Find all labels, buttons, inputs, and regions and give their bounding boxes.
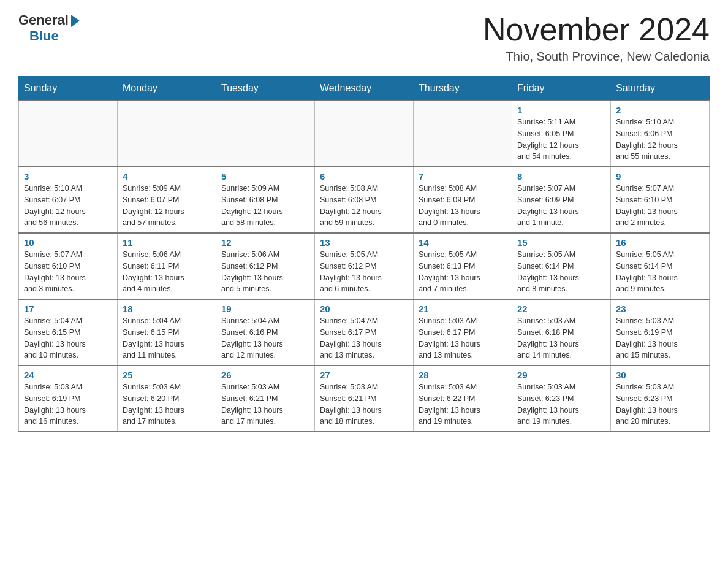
cell-w1-d3 xyxy=(216,101,315,167)
week-row-2: 3Sunrise: 5:10 AM Sunset: 6:07 PM Daylig… xyxy=(19,167,710,233)
day-info: Sunrise: 5:07 AM Sunset: 6:10 PM Dayligh… xyxy=(616,183,704,229)
day-number: 15 xyxy=(517,237,605,248)
day-info: Sunrise: 5:07 AM Sunset: 6:09 PM Dayligh… xyxy=(517,183,605,229)
header-wednesday: Wednesday xyxy=(315,77,414,101)
cell-w4-d5: 21Sunrise: 5:03 AM Sunset: 6:17 PM Dayli… xyxy=(414,299,512,366)
day-number: 11 xyxy=(123,237,211,248)
day-number: 21 xyxy=(419,304,507,314)
header-monday: Monday xyxy=(118,77,216,101)
day-number: 18 xyxy=(123,304,211,314)
day-info: Sunrise: 5:03 AM Sunset: 6:21 PM Dayligh… xyxy=(320,381,408,427)
cell-w5-d1: 24Sunrise: 5:03 AM Sunset: 6:19 PM Dayli… xyxy=(19,366,118,432)
cell-w2-d5: 7Sunrise: 5:08 AM Sunset: 6:09 PM Daylig… xyxy=(414,167,512,233)
day-number: 30 xyxy=(616,370,704,380)
header-tuesday: Tuesday xyxy=(216,77,315,101)
cell-w2-d4: 6Sunrise: 5:08 AM Sunset: 6:08 PM Daylig… xyxy=(315,167,414,233)
cell-w1-d7: 2Sunrise: 5:10 AM Sunset: 6:06 PM Daylig… xyxy=(611,101,710,167)
day-info: Sunrise: 5:03 AM Sunset: 6:17 PM Dayligh… xyxy=(419,315,507,361)
day-number: 17 xyxy=(24,304,112,314)
day-info: Sunrise: 5:05 AM Sunset: 6:13 PM Dayligh… xyxy=(419,249,507,295)
cell-w1-d2 xyxy=(118,101,216,167)
cell-w1-d5 xyxy=(414,101,512,167)
cell-w2-d3: 5Sunrise: 5:09 AM Sunset: 6:08 PM Daylig… xyxy=(216,167,315,233)
cell-w5-d2: 25Sunrise: 5:03 AM Sunset: 6:20 PM Dayli… xyxy=(118,366,216,432)
title-block: November 2024 Thio, South Province, New … xyxy=(483,12,710,64)
day-number: 7 xyxy=(419,171,507,182)
day-number: 5 xyxy=(221,171,309,182)
header-friday: Friday xyxy=(512,77,611,101)
day-info: Sunrise: 5:03 AM Sunset: 6:23 PM Dayligh… xyxy=(616,381,704,427)
logo-blue-text: Blue xyxy=(29,28,59,44)
day-number: 26 xyxy=(221,370,309,380)
day-info: Sunrise: 5:06 AM Sunset: 6:12 PM Dayligh… xyxy=(221,249,309,295)
day-number: 10 xyxy=(24,237,112,248)
day-info: Sunrise: 5:03 AM Sunset: 6:21 PM Dayligh… xyxy=(221,381,309,427)
week-row-3: 10Sunrise: 5:07 AM Sunset: 6:10 PM Dayli… xyxy=(19,233,710,299)
day-number: 8 xyxy=(517,171,605,182)
cell-w3-d2: 11Sunrise: 5:06 AM Sunset: 6:11 PM Dayli… xyxy=(118,233,216,299)
day-info: Sunrise: 5:09 AM Sunset: 6:07 PM Dayligh… xyxy=(123,183,211,229)
day-info: Sunrise: 5:03 AM Sunset: 6:18 PM Dayligh… xyxy=(517,315,605,361)
header-sunday: Sunday xyxy=(19,77,118,101)
day-number: 14 xyxy=(419,237,507,248)
cell-w3-d5: 14Sunrise: 5:05 AM Sunset: 6:13 PM Dayli… xyxy=(414,233,512,299)
day-info: Sunrise: 5:03 AM Sunset: 6:19 PM Dayligh… xyxy=(616,315,704,361)
day-number: 3 xyxy=(24,171,112,182)
cell-w2-d1: 3Sunrise: 5:10 AM Sunset: 6:07 PM Daylig… xyxy=(19,167,118,233)
day-number: 16 xyxy=(616,237,704,248)
cell-w4-d7: 23Sunrise: 5:03 AM Sunset: 6:19 PM Dayli… xyxy=(611,299,710,366)
day-info: Sunrise: 5:05 AM Sunset: 6:14 PM Dayligh… xyxy=(616,249,704,295)
weekday-header-row: Sunday Monday Tuesday Wednesday Thursday… xyxy=(19,77,710,101)
day-info: Sunrise: 5:08 AM Sunset: 6:09 PM Dayligh… xyxy=(419,183,507,229)
day-number: 25 xyxy=(123,370,211,380)
cell-w5-d3: 26Sunrise: 5:03 AM Sunset: 6:21 PM Dayli… xyxy=(216,366,315,432)
cell-w2-d7: 9Sunrise: 5:07 AM Sunset: 6:10 PM Daylig… xyxy=(611,167,710,233)
day-number: 12 xyxy=(221,237,309,248)
day-info: Sunrise: 5:09 AM Sunset: 6:08 PM Dayligh… xyxy=(221,183,309,229)
day-number: 28 xyxy=(419,370,507,380)
cell-w3-d7: 16Sunrise: 5:05 AM Sunset: 6:14 PM Dayli… xyxy=(611,233,710,299)
week-row-4: 17Sunrise: 5:04 AM Sunset: 6:15 PM Dayli… xyxy=(19,299,710,366)
calendar-table: Sunday Monday Tuesday Wednesday Thursday… xyxy=(18,76,710,432)
day-info: Sunrise: 5:03 AM Sunset: 6:23 PM Dayligh… xyxy=(517,381,605,427)
cell-w4-d1: 17Sunrise: 5:04 AM Sunset: 6:15 PM Dayli… xyxy=(19,299,118,366)
cell-w2-d6: 8Sunrise: 5:07 AM Sunset: 6:09 PM Daylig… xyxy=(512,167,611,233)
day-info: Sunrise: 5:05 AM Sunset: 6:14 PM Dayligh… xyxy=(517,249,605,295)
cell-w1-d6: 1Sunrise: 5:11 AM Sunset: 6:05 PM Daylig… xyxy=(512,101,611,167)
cell-w2-d2: 4Sunrise: 5:09 AM Sunset: 6:07 PM Daylig… xyxy=(118,167,216,233)
cell-w5-d6: 29Sunrise: 5:03 AM Sunset: 6:23 PM Dayli… xyxy=(512,366,611,432)
header-saturday: Saturday xyxy=(611,77,710,101)
day-info: Sunrise: 5:04 AM Sunset: 6:16 PM Dayligh… xyxy=(221,315,309,361)
day-info: Sunrise: 5:03 AM Sunset: 6:22 PM Dayligh… xyxy=(419,381,507,427)
day-number: 2 xyxy=(616,105,704,115)
day-number: 4 xyxy=(123,171,211,182)
cell-w5-d4: 27Sunrise: 5:03 AM Sunset: 6:21 PM Dayli… xyxy=(315,366,414,432)
cell-w4-d3: 19Sunrise: 5:04 AM Sunset: 6:16 PM Dayli… xyxy=(216,299,315,366)
day-number: 19 xyxy=(221,304,309,314)
week-row-5: 24Sunrise: 5:03 AM Sunset: 6:19 PM Dayli… xyxy=(19,366,710,432)
day-info: Sunrise: 5:04 AM Sunset: 6:15 PM Dayligh… xyxy=(123,315,211,361)
day-number: 6 xyxy=(320,171,408,182)
day-info: Sunrise: 5:04 AM Sunset: 6:17 PM Dayligh… xyxy=(320,315,408,361)
logo-arrow-icon xyxy=(71,15,80,27)
day-number: 29 xyxy=(517,370,605,380)
day-info: Sunrise: 5:10 AM Sunset: 6:07 PM Dayligh… xyxy=(24,183,112,229)
day-info: Sunrise: 5:06 AM Sunset: 6:11 PM Dayligh… xyxy=(123,249,211,295)
cell-w5-d5: 28Sunrise: 5:03 AM Sunset: 6:22 PM Dayli… xyxy=(414,366,512,432)
month-title: November 2024 xyxy=(483,12,710,47)
cell-w3-d6: 15Sunrise: 5:05 AM Sunset: 6:14 PM Dayli… xyxy=(512,233,611,299)
day-number: 27 xyxy=(320,370,408,380)
day-number: 9 xyxy=(616,171,704,182)
cell-w5-d7: 30Sunrise: 5:03 AM Sunset: 6:23 PM Dayli… xyxy=(611,366,710,432)
logo: General Blue xyxy=(18,12,80,44)
day-info: Sunrise: 5:10 AM Sunset: 6:06 PM Dayligh… xyxy=(616,117,704,163)
header-thursday: Thursday xyxy=(414,77,512,101)
cell-w3-d1: 10Sunrise: 5:07 AM Sunset: 6:10 PM Dayli… xyxy=(19,233,118,299)
cell-w3-d3: 12Sunrise: 5:06 AM Sunset: 6:12 PM Dayli… xyxy=(216,233,315,299)
page-header: General Blue November 2024 Thio, South P… xyxy=(18,12,710,64)
day-number: 24 xyxy=(24,370,112,380)
cell-w4-d6: 22Sunrise: 5:03 AM Sunset: 6:18 PM Dayli… xyxy=(512,299,611,366)
day-info: Sunrise: 5:08 AM Sunset: 6:08 PM Dayligh… xyxy=(320,183,408,229)
day-number: 23 xyxy=(616,304,704,314)
day-info: Sunrise: 5:03 AM Sunset: 6:19 PM Dayligh… xyxy=(24,381,112,427)
